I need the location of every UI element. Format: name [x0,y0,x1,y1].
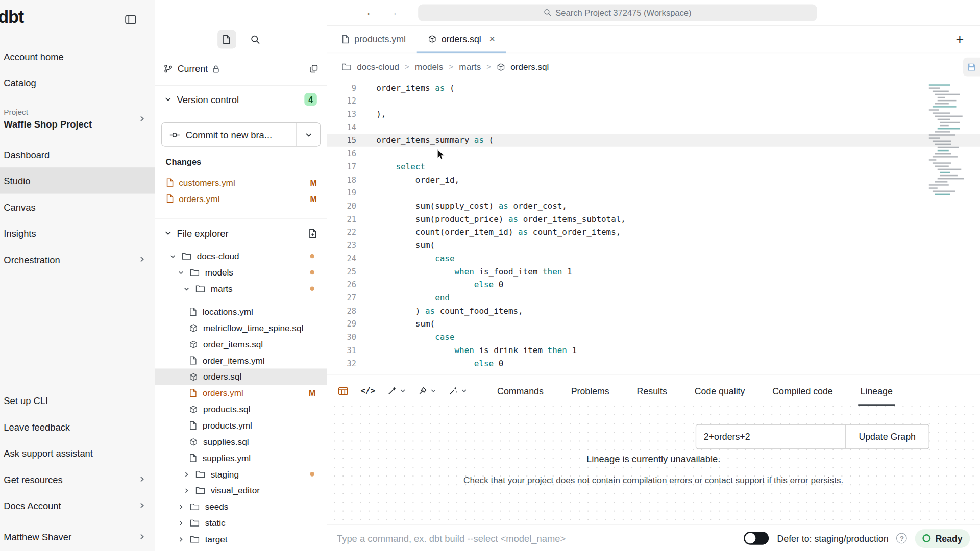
breadcrumb-item[interactable]: models [415,62,443,72]
version-control-header[interactable]: Version control 4 [155,91,327,108]
code-line[interactable]: 31 when is_drink_item then 1 [327,343,980,357]
code-line[interactable]: 23 sum( [327,239,980,252]
code-line[interactable]: 18 order_id, [327,173,980,186]
tab-orders-sql[interactable]: orders.sql × [417,26,506,53]
tab-commands[interactable]: Commands [497,375,544,406]
tree-file-locations-sql[interactable]: locations.sql [155,297,327,304]
tree-file-order-items-yml[interactable]: order_items.yml [155,353,327,369]
sidebar-item-setup-cli[interactable]: Set up CLI [0,387,155,413]
code-line[interactable]: 12 [327,94,980,108]
workspace-search-input[interactable]: Search Project 372475 (Workspace) [418,4,817,21]
tree-folder-workflows[interactable]: workflows [155,547,327,551]
code-line[interactable]: 30 case [327,331,980,344]
code-line[interactable]: 9order_items as ( [327,81,980,94]
code-line[interactable]: 14 [327,120,980,134]
tree-file-products-sql[interactable]: products.sql [155,401,327,417]
tree-file-products-yml[interactable]: products.yml [155,417,327,434]
tree-folder-visual-editor[interactable]: visual_editor [155,482,327,498]
tab-results[interactable]: Results [637,375,667,406]
back-arrow-icon[interactable]: ← [365,6,376,18]
code-line[interactable]: 26 else 0 [327,278,980,291]
tree-folder-models[interactable]: models [155,264,327,281]
sidebar-item-studio[interactable]: Studio [0,167,155,193]
code-line[interactable]: 15order_items_summary as ( [327,134,980,147]
update-graph-button[interactable]: Update Graph [846,425,929,449]
code-line[interactable]: 19 [327,186,980,199]
tab-code-quality[interactable]: Code quality [695,375,745,406]
close-tab-icon[interactable]: × [489,34,495,45]
tree-folder-target[interactable]: target [155,531,327,547]
tree-folder-marts[interactable]: marts [155,281,327,297]
sidebar-item-orchestration[interactable]: Orchestration [0,246,155,272]
sidebar-item-canvas[interactable]: Canvas [0,194,155,220]
code-line[interactable]: 24 case [327,252,980,265]
breadcrumb-item[interactable]: docs-cloud [357,62,399,72]
code-line[interactable]: 32 else 0 [327,357,980,370]
save-file-button[interactable] [963,58,980,77]
code-line[interactable]: 20 sum(supply_cost) as order_cost, [327,199,980,213]
code-line[interactable]: 17 select [327,160,980,173]
commit-button[interactable]: Commit to new bra... [162,123,296,146]
sidebar-collapse-icon[interactable] [125,15,136,24]
tree-file-supplies-sql[interactable]: supplies.sql [155,434,327,450]
tree-file-locations-yml[interactable]: locations.yml [155,304,327,320]
forward-arrow-icon[interactable]: → [387,6,398,18]
code-editor[interactable]: 9order_items as (1213),1415order_items_s… [327,81,980,375]
tree-file-order-items-sql[interactable]: order_items.sql [155,336,327,353]
minimap[interactable] [929,83,966,199]
code-line[interactable]: 22 count(order_item_id) as count_order_i… [327,226,980,239]
autofix-action-group[interactable] [449,386,468,395]
tree-file-supplies-yml[interactable]: supplies.yml [155,450,327,466]
tree-file-orders-sql[interactable]: orders.sql [155,368,327,385]
format-action-group[interactable] [419,386,437,395]
code-line[interactable]: 25 when is_food_item then 1 [327,265,980,278]
sidebar-item-docs-account[interactable]: Docs Account [0,492,155,518]
new-file-icon[interactable] [309,229,317,238]
file-view-button[interactable] [217,30,236,49]
commit-options-caret[interactable] [296,123,320,146]
changed-file-orders-yml[interactable]: orders.yml M [155,190,327,207]
search-icon[interactable] [246,30,265,49]
code-line[interactable]: 29 sum( [327,317,980,331]
tree-folder-seeds[interactable]: seeds [155,498,327,515]
copy-icon[interactable] [309,64,318,73]
tree-folder-docs-cloud[interactable]: docs-cloud [155,248,327,264]
tab-lineage[interactable]: Lineage [861,375,893,406]
sidebar-item-leave-feedback[interactable]: Leave feedback [0,414,155,440]
tab-products-yml[interactable]: products.yml [331,26,417,53]
tab-problems[interactable]: Problems [571,375,609,406]
code-line[interactable]: 16 [327,147,980,160]
code-line[interactable]: 27 end [327,291,980,305]
help-icon[interactable]: ? [896,533,907,543]
tab-compiled-code[interactable]: Compiled code [772,375,832,406]
sidebar-item-user-menu[interactable]: Matthew Shaver [0,523,155,549]
breadcrumb-item[interactable]: marts [459,62,481,72]
sidebar-item-get-resources[interactable]: Get resources [0,466,155,492]
file-explorer-header[interactable]: File explorer [155,223,327,242]
sidebar-item-support-assistant[interactable]: Ask support assistant [0,440,155,466]
preview-table-icon[interactable] [338,386,348,395]
tree-folder-staging[interactable]: staging [155,466,327,482]
ready-status-badge[interactable]: Ready [915,529,970,548]
branch-selector[interactable]: Current [155,59,327,78]
code-line[interactable]: 21 sum(product_price) as order_items_sub… [327,212,980,226]
code-line[interactable]: 13), [327,108,980,121]
model-cube-icon [497,63,505,71]
tree-folder-static[interactable]: static [155,515,327,531]
sidebar-item-insights[interactable]: Insights [0,220,155,246]
sidebar-item-dashboard[interactable]: Dashboard [0,141,155,167]
code-lines: 9order_items as (1213),1415order_items_s… [327,81,980,370]
new-tab-button[interactable]: + [955,31,964,47]
sidebar-item-catalog[interactable]: Catalog [0,69,155,95]
compile-code-icon[interactable]: </> [361,386,376,395]
defer-toggle[interactable] [744,532,769,545]
code-line[interactable]: 28 ) as count_food_items, [327,304,980,317]
command-input[interactable]: Type a command, ex. dbt build --select <… [337,533,566,543]
tree-file-metricflow-time-spine-sql[interactable]: metricflow_time_spine.sql [155,320,327,336]
sidebar-item-account-home[interactable]: Account home [0,43,155,69]
sidebar-project-switcher[interactable]: Project Waffle Shop Project [0,95,155,141]
tree-file-orders-yml[interactable]: orders.yml M [155,385,327,401]
changed-file-customers-yml[interactable]: customers.yml M [155,174,327,191]
build-action-group[interactable] [388,386,406,395]
lineage-selector-input[interactable]: 2+orders+2 [696,425,846,449]
